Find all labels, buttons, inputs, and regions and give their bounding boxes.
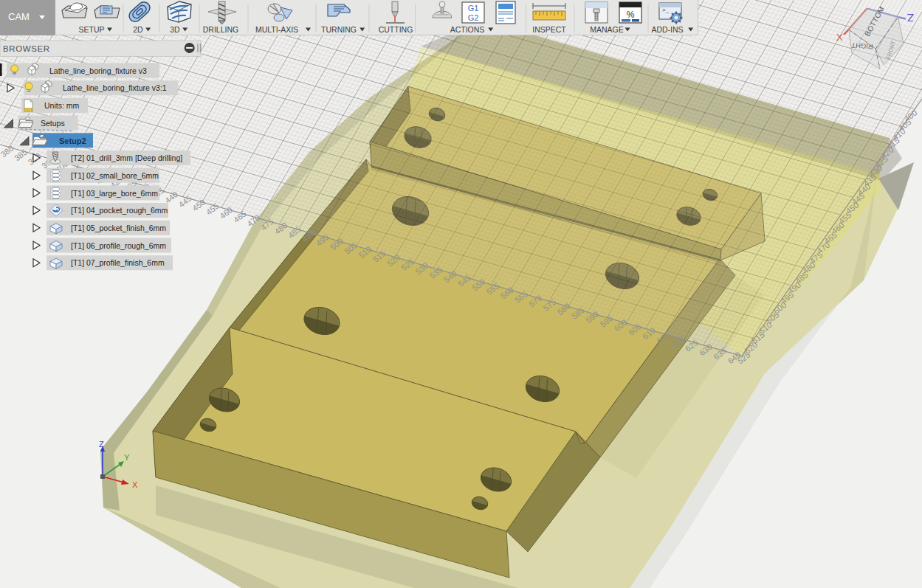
svg-text:ADD-INS: ADD-INS bbox=[651, 25, 683, 34]
svg-text:DRILLING: DRILLING bbox=[203, 25, 238, 34]
svg-text:Lathe_line_boring_fixture v3:1: Lathe_line_boring_fixture v3:1 bbox=[63, 83, 167, 92]
svg-text:CAM: CAM bbox=[8, 11, 30, 22]
svg-text:RIGHT: RIGHT bbox=[851, 41, 873, 51]
svg-text:Lathe_line_boring_fixture v3: Lathe_line_boring_fixture v3 bbox=[49, 66, 147, 75]
svg-text:[T1] 05_pocket_finish_6mm: [T1] 05_pocket_finish_6mm bbox=[71, 224, 166, 232]
svg-text:[T1] 07_profile_finish_6mm: [T1] 07_profile_finish_6mm bbox=[71, 258, 165, 267]
svg-text:MULTI-AXIS: MULTI-AXIS bbox=[255, 25, 298, 34]
svg-text:X: X bbox=[836, 32, 843, 43]
svg-text:%: % bbox=[627, 10, 635, 20]
svg-text:[T1] 02_small_bore_6mm: [T1] 02_small_bore_6mm bbox=[71, 171, 159, 180]
svg-text:CUTTING: CUTTING bbox=[379, 25, 413, 34]
svg-text:TURNING: TURNING bbox=[321, 25, 357, 34]
svg-text:Units: mm: Units: mm bbox=[44, 101, 80, 110]
svg-text:Y: Y bbox=[124, 453, 130, 462]
svg-text:2D: 2D bbox=[133, 25, 143, 34]
svg-text:Setups: Setups bbox=[41, 119, 65, 128]
svg-text:[T2] 01_drill_3mm [Deep drilli: [T2] 01_drill_3mm [Deep drilling] bbox=[71, 153, 182, 162]
svg-text:>_: >_ bbox=[662, 7, 670, 13]
svg-text:[T1] 04_pocket_rough_6mm: [T1] 04_pocket_rough_6mm bbox=[71, 206, 168, 215]
svg-text:G2: G2 bbox=[468, 13, 479, 22]
svg-text:SETUP: SETUP bbox=[78, 25, 104, 34]
svg-text:Setup2: Setup2 bbox=[59, 136, 86, 145]
svg-text:G1: G1 bbox=[468, 4, 479, 13]
svg-text:INSPECT: INSPECT bbox=[532, 25, 566, 34]
svg-text:Z: Z bbox=[99, 440, 104, 449]
svg-text:3D: 3D bbox=[170, 25, 180, 34]
svg-text:[T1] 03_large_bore_6mm: [T1] 03_large_bore_6mm bbox=[71, 189, 158, 198]
svg-text:BROWSER: BROWSER bbox=[3, 44, 50, 53]
svg-text:MANAGE: MANAGE bbox=[590, 25, 624, 34]
svg-text:ACTIONS: ACTIONS bbox=[450, 25, 485, 34]
svg-text:Z: Z bbox=[907, 12, 914, 24]
svg-text:[T1] 06_profile_rough_6mm: [T1] 06_profile_rough_6mm bbox=[71, 241, 166, 250]
svg-text:X: X bbox=[132, 480, 138, 489]
